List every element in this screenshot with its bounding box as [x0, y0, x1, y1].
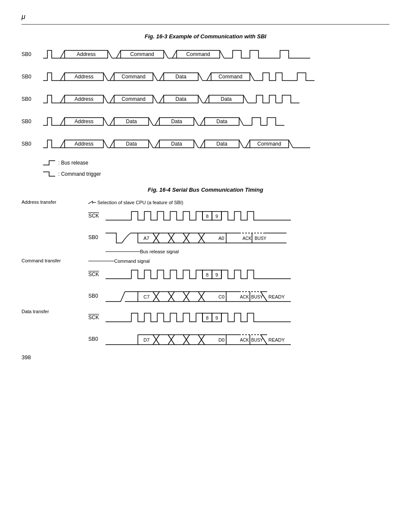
svg-text:Data: Data [216, 141, 227, 147]
svg-text:Data: Data [216, 118, 227, 124]
svg-line-26 [110, 73, 114, 81]
svg-line-58 [205, 95, 209, 103]
bus-release-signal-text: Bus release signal [140, 249, 179, 254]
waveform-2: Address Command Data Command [43, 68, 371, 85]
address-transfer-section: Address transfer Selection of slave CPU … [88, 199, 389, 255]
annotation-row: Selection of slave CPU (a feature of SBI… [88, 199, 389, 205]
svg-text:Data: Data [221, 96, 232, 102]
cmd-trigger-symbol [43, 169, 56, 179]
svg-line-48 [110, 95, 114, 103]
command-transfer-label: Command transfer [22, 258, 61, 263]
svg-line-37 [250, 73, 254, 81]
svg-text:C7: C7 [143, 294, 149, 299]
data-sck-row: SCK 8 9 [88, 309, 389, 326]
svg-text:Address: Address [75, 118, 93, 124]
svg-text:Data: Data [175, 96, 187, 102]
svg-line-49 [153, 95, 157, 103]
mu-symbol: μ [22, 13, 389, 21]
svg-line-22 [103, 73, 108, 81]
command-signal-text: Command signal [114, 258, 150, 264]
svg-text:READY: READY [268, 337, 285, 342]
legend-bus-release: : Bus release [43, 158, 389, 168]
annotation-arrow-icon [88, 199, 96, 205]
svg-text:A7: A7 [143, 236, 149, 241]
svg-line-36 [207, 73, 211, 81]
svg-text:Address: Address [75, 141, 93, 147]
svg-text:8: 8 [206, 315, 209, 320]
legend-section: : Bus release : Command trigger [43, 158, 389, 179]
svg-line-43 [60, 95, 65, 103]
svg-text:9: 9 [215, 315, 218, 320]
svg-text:ACK: ACK [240, 295, 249, 299]
data-sb0-waveform: D7 D0 [106, 330, 389, 348]
svg-line-53 [159, 95, 164, 103]
svg-text:Address: Address [77, 51, 96, 57]
top-divider [22, 24, 389, 25]
sb0-label-addr: SB0 [88, 234, 106, 240]
command-transfer-section: Command transfer Command signal SCK 8 9 [88, 258, 389, 305]
command-signal-line-icon [88, 258, 114, 264]
addr-sck-waveform: 8 9 [106, 207, 389, 224]
svg-text:Command: Command [218, 74, 242, 80]
svg-text:ACK: ACK [240, 338, 249, 342]
sck-label-addr: SCK [88, 213, 106, 219]
svg-line-75 [155, 118, 159, 125]
page-container: μ Fig. 16-3 Example of Communication wit… [0, 0, 411, 369]
legend-bus-release-text: : Bus release [58, 160, 88, 166]
command-signal-annotation: Command signal [88, 258, 389, 264]
svg-line-70 [110, 118, 114, 125]
svg-text:Data: Data [126, 118, 137, 124]
svg-line-44 [103, 95, 108, 103]
svg-text:9: 9 [215, 214, 218, 219]
svg-line-107 [246, 140, 250, 148]
row-label-5: SB0 [22, 141, 43, 147]
waveform-1: Address Command Command [43, 46, 371, 62]
sck-label-data: SCK [88, 314, 106, 320]
svg-text:D7: D7 [143, 337, 149, 342]
svg-text:Data: Data [126, 141, 137, 147]
svg-text:BUSY: BUSY [255, 236, 267, 241]
svg-line-76 [194, 118, 198, 125]
svg-line-59 [243, 95, 248, 103]
row-label-4: SB0 [22, 118, 43, 124]
svg-text:9: 9 [215, 272, 218, 277]
svg-line-4 [108, 50, 112, 58]
svg-text:BUSY: BUSY [251, 338, 263, 342]
svg-line-81 [239, 118, 243, 125]
svg-line-103 [239, 140, 243, 148]
legend-cmd-trigger: : Command trigger [43, 169, 389, 179]
svg-line-21 [60, 73, 65, 81]
sb0-label-data: SB0 [88, 336, 106, 342]
data-transfer-section: Data transfer SCK 8 9 SB0 [88, 309, 389, 348]
svg-text:Data: Data [175, 74, 187, 80]
fig1-title: Fig. 16-3 Example of Communication with … [22, 33, 389, 40]
address-transfer-label: Address transfer [22, 199, 56, 205]
addr-sb0-waveform: A7 A0 [106, 228, 389, 247]
svg-line-108 [289, 140, 293, 148]
svg-text:C0: C0 [218, 294, 224, 299]
timing-row-3: SB0 Address Command Data Data [22, 91, 389, 107]
svg-text:Command: Command [121, 96, 145, 102]
svg-line-27 [153, 73, 157, 81]
svg-line-80 [200, 118, 205, 125]
waveform-5: Address Data Data Data Command [43, 136, 371, 152]
svg-text:Command: Command [257, 141, 281, 147]
cmd-sb0-waveform: C7 C0 [106, 286, 389, 305]
svg-line-87 [60, 140, 65, 148]
svg-text:8: 8 [206, 272, 209, 277]
cmd-sck-waveform: 8 9 [106, 266, 389, 283]
waveform-4: Address Data Data Data [43, 113, 371, 130]
cmd-sb0-row: SB0 C7 [88, 286, 389, 305]
svg-text:8: 8 [206, 214, 209, 219]
sb0-label-cmd: SB0 [88, 293, 106, 299]
row-label-3: SB0 [22, 96, 43, 102]
svg-line-71 [149, 118, 153, 125]
data-sck-waveform: 8 9 [106, 309, 389, 326]
svg-text:Data: Data [171, 141, 182, 147]
sck-label-cmd: SCK [88, 271, 106, 277]
row-label-1: SB0 [22, 51, 43, 57]
svg-text:Command: Command [121, 74, 145, 80]
timing-row-5: SB0 Address Data Data Data [22, 136, 389, 152]
svg-text:D0: D0 [218, 337, 224, 342]
svg-line-32 [198, 73, 202, 81]
